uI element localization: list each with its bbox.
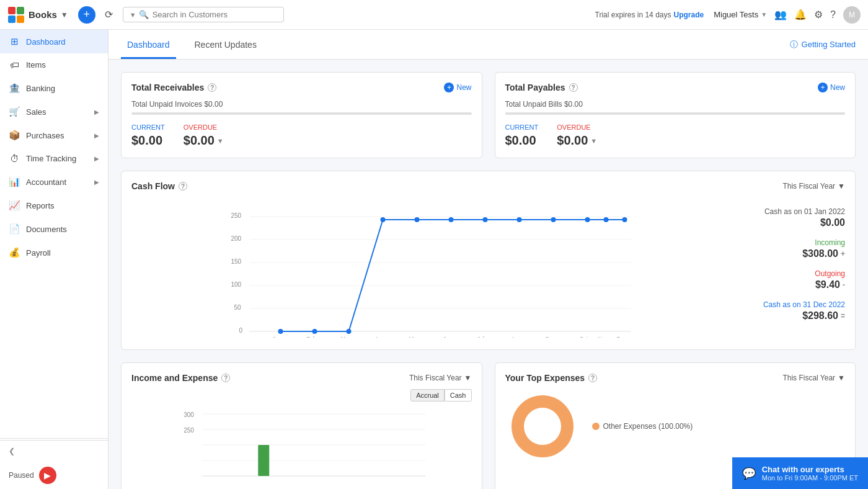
documents-icon: 📄 — [9, 223, 20, 235]
svg-text:Mar: Mar — [341, 336, 351, 338]
logo-caret[interactable]: ▼ — [61, 11, 68, 19]
search-icon: 🔍 — [139, 10, 149, 19]
payables-new-button[interactable]: + New — [818, 83, 845, 92]
gear-icon[interactable]: ⚙ — [814, 9, 823, 20]
svg-rect-2 — [8, 16, 16, 23]
sidebar-item-dashboard[interactable]: ⊞ Dashboard — [0, 30, 108, 53]
cashflow-info-icon[interactable]: ? — [179, 182, 187, 191]
svg-rect-0 — [8, 7, 16, 14]
user-info[interactable]: Miguel Tests ▼ — [714, 10, 767, 19]
legend-color-dot — [592, 423, 600, 430]
search-filter-icon[interactable]: ▼ — [130, 11, 136, 19]
sidebar-item-time-tracking[interactable]: ⏱ Time Tracking ▶ — [0, 147, 108, 170]
sidebar-item-label: Accountant — [26, 177, 88, 187]
overdue-caret[interactable]: ▼ — [590, 137, 597, 145]
main-inner: Total Receivables ? + New Total Unpaid I… — [108, 72, 868, 489]
sidebar-item-accountant[interactable]: 📊 Accountant ▶ — [0, 170, 108, 194]
svg-point-23 — [517, 217, 522, 222]
getting-started-button[interactable]: ⓘ Getting Started — [790, 34, 856, 55]
sidebar-item-label: Dashboard — [26, 37, 99, 47]
svg-text:150: 150 — [231, 258, 242, 265]
users-icon[interactable]: 👥 — [774, 9, 787, 20]
payables-unpaid-label: Total Unpaid Bills $0.00 — [505, 100, 846, 109]
sidebar-item-sales[interactable]: 🛒 Sales ▶ — [0, 100, 108, 123]
svg-point-27 — [622, 217, 627, 222]
sidebar-item-label: Documents — [26, 225, 99, 234]
tab-recent-updates[interactable]: Recent Updates — [188, 30, 263, 59]
svg-text:Feb: Feb — [307, 336, 317, 338]
svg-point-18 — [347, 329, 352, 334]
cashflow-incoming-value: $308.00 + — [802, 248, 845, 259]
history-button[interactable]: ⟳ — [100, 6, 118, 24]
sidebar-item-items[interactable]: 🏷 Items — [0, 53, 108, 76]
svg-point-19 — [381, 217, 386, 222]
receivables-current-label: CURRENT — [131, 123, 165, 131]
search-input[interactable] — [153, 10, 277, 19]
payables-overdue-value: $0.00 ▼ — [557, 133, 597, 148]
upgrade-link[interactable]: Upgrade — [673, 11, 704, 19]
cashflow-outgoing-value: $9.40 - — [815, 279, 845, 290]
top-expenses-info-icon[interactable]: ? — [588, 374, 597, 382]
svg-text:Jul: Jul — [477, 336, 485, 338]
payables-current-block: CURRENT $0.00 — [505, 123, 539, 148]
pause-button[interactable]: ▶ — [39, 467, 56, 484]
arrow-icon: ▶ — [94, 132, 99, 139]
purchases-icon: 📦 — [9, 130, 20, 141]
receivables-title: Total Receivables ? — [131, 83, 216, 92]
payables-info-icon[interactable]: ? — [569, 83, 578, 92]
top-expenses-period-selector[interactable]: This Fiscal Year ▼ — [782, 374, 845, 382]
svg-text:Jan: Jan — [273, 336, 282, 338]
receivables-current-block: CURRENT $0.00 — [131, 123, 165, 148]
income-expense-period-selector[interactable]: This Fiscal Year ▼ — [409, 374, 472, 382]
cashflow-incoming: Incoming $308.00 + — [746, 238, 845, 259]
svg-point-22 — [483, 217, 488, 222]
svg-text:100: 100 — [231, 281, 242, 288]
sidebar-item-documents[interactable]: 📄 Documents — [0, 217, 108, 241]
cashflow-start-value: $0.00 — [820, 217, 845, 228]
sales-icon: 🛒 — [9, 106, 20, 117]
logo-text: Books — [29, 9, 57, 20]
logo-area[interactable]: Books ▼ — [7, 6, 68, 24]
sidebar-item-banking[interactable]: 🏦 Banking — [0, 76, 108, 100]
overdue-caret[interactable]: ▼ — [217, 137, 224, 145]
arrow-icon: ▶ — [94, 109, 99, 115]
bell-icon[interactable]: 🔔 — [794, 9, 807, 20]
svg-text:Nov: Nov — [598, 336, 609, 338]
accrual-button[interactable]: Accrual — [410, 389, 445, 402]
receivables-info-icon[interactable]: ? — [208, 83, 216, 92]
cash-button[interactable]: Cash — [445, 389, 472, 402]
search-box[interactable]: ▼ 🔍 — [123, 7, 284, 22]
cashflow-period-selector[interactable]: This Fiscal Year ▼ — [782, 182, 845, 191]
svg-text:May: May — [409, 336, 420, 338]
sidebar-item-label: Time Tracking — [26, 154, 88, 163]
layout: ⊞ Dashboard 🏷 Items 🏦 Banking 🛒 Sales ▶ … — [0, 30, 868, 489]
plus-circle-icon: + — [444, 83, 454, 92]
svg-point-17 — [312, 329, 317, 334]
reports-icon: 📈 — [9, 200, 20, 211]
chat-widget[interactable]: 💬 Chat with our experts Mon to Fri 9:00A… — [732, 457, 868, 489]
period-caret: ▼ — [464, 374, 472, 382]
cashflow-end-value: $298.60 = — [802, 310, 845, 321]
cashflow-side: Cash as on 01 Jan 2022 $0.00 Incoming $3… — [746, 201, 845, 339]
accrual-cash-toggle[interactable]: Accrual Cash — [410, 389, 471, 402]
svg-point-26 — [604, 217, 609, 222]
getting-started-icon: ⓘ — [790, 39, 798, 50]
payables-amounts: CURRENT $0.00 OVERDUE $0.00 ▼ — [505, 123, 846, 148]
sidebar-item-payroll[interactable]: 💰 Payroll — [0, 241, 108, 264]
svg-point-16 — [278, 329, 283, 334]
payables-current-label: CURRENT — [505, 123, 539, 131]
receivables-overdue-block: OVERDUE $0.00 ▼ — [184, 123, 224, 148]
sidebar-collapse-button[interactable]: ❮ — [0, 440, 108, 462]
avatar[interactable]: M — [843, 6, 861, 24]
sidebar-item-purchases[interactable]: 📦 Purchases ▶ — [0, 123, 108, 147]
add-button[interactable]: + — [78, 6, 95, 24]
help-icon[interactable]: ? — [830, 9, 836, 20]
receivables-new-button[interactable]: + New — [444, 83, 471, 92]
cards-row: Total Receivables ? + New Total Unpaid I… — [121, 72, 856, 158]
tab-dashboard[interactable]: Dashboard — [121, 30, 176, 59]
income-expense-info-icon[interactable]: ? — [221, 374, 230, 382]
sidebar-item-reports[interactable]: 📈 Reports — [0, 194, 108, 217]
sidebar-item-label: Payroll — [26, 248, 99, 258]
arrow-icon: ▶ — [94, 155, 99, 162]
zoho-logo-icon — [7, 6, 25, 24]
